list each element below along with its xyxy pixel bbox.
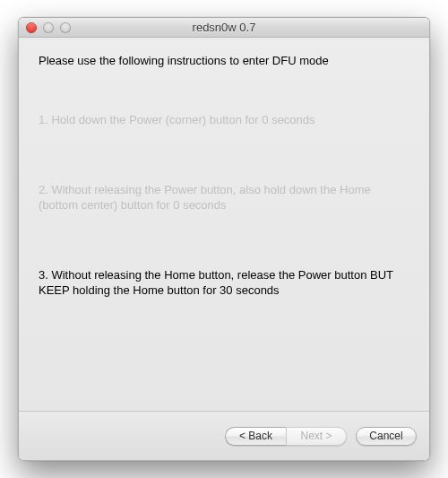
dfu-step-1: 1. Hold down the Power (corner) button f…: [39, 112, 409, 128]
next-button: Next >: [286, 427, 347, 446]
traffic-lights: [26, 22, 71, 33]
dfu-step-3: 3. Without releasing the Home button, re…: [39, 267, 409, 299]
minimize-icon[interactable]: [43, 22, 54, 33]
dfu-step-2: 2. Without releasing the Power button, a…: [39, 182, 409, 213]
content-area: Please use the following instructions to…: [19, 38, 429, 411]
back-button[interactable]: < Back: [225, 427, 286, 446]
window-title: redsn0w 0.7: [19, 21, 429, 34]
cancel-button[interactable]: Cancel: [356, 427, 417, 446]
app-window: redsn0w 0.7 Please use the following ins…: [18, 17, 430, 461]
zoom-icon[interactable]: [60, 22, 71, 33]
nav-button-group: < Back Next >: [225, 427, 347, 446]
instruction-header: Please use the following instructions to…: [39, 54, 409, 67]
close-icon[interactable]: [26, 22, 37, 33]
footer: < Back Next > Cancel: [19, 411, 429, 460]
titlebar: redsn0w 0.7: [19, 18, 429, 38]
